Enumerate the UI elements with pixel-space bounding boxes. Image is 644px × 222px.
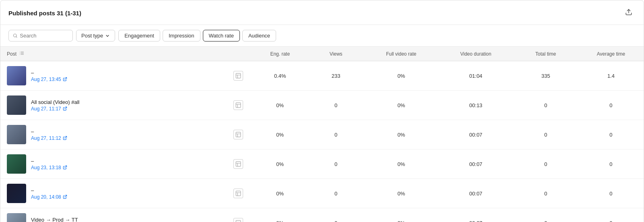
post-date-4[interactable]: Aug 23, 13:18 [31,165,67,170]
total-time-cell-5: 0 [513,179,578,208]
average-time-cell-3: 0 [578,120,644,149]
average-time-cell-5: 0 [578,179,644,208]
eng-rate-cell-1: 0.4% [252,61,308,91]
total-time-cell-6: 0 [513,208,578,222]
media-icon-cell-6 [224,208,252,222]
col-header-full-video-rate: Full video rate [364,47,438,61]
average-time-cell-2: 0 [578,91,644,120]
video-duration-cell-5: 00:07 [438,179,513,208]
filter-btn-impression[interactable]: Impression [163,30,200,41]
post-title-1: – [31,70,67,76]
svg-rect-30 [236,220,241,222]
col-header-average-time: Average time [578,47,644,61]
full-video-rate-cell-3: 0% [364,120,438,149]
post-info-4: – Aug 23, 13:18 [31,158,67,170]
video-duration-cell-6: 00:07 [438,208,513,222]
post-title-6: Video → Prod → TT [31,217,78,222]
post-thumbnail-6 [7,213,26,222]
video-duration-cell-1: 01:04 [438,61,513,91]
data-table-wrapper: Post Eng. rate Views Full video rate Vid… [0,47,644,222]
filter-btn-watch_rate[interactable]: Watch rate [203,30,240,41]
post-cell-4: – Aug 23, 13:18 [0,149,224,179]
post-thumbnail-5 [7,184,26,203]
media-icon-cell-4 [224,149,252,179]
post-cell-6: Video → Prod → TT Aug 20, 13:38 [0,208,224,222]
eng-rate-cell-3: 0% [252,120,308,149]
post-title-4: – [31,158,67,164]
svg-line-17 [64,136,66,138]
search-box [8,30,73,41]
page-header: Published posts 31 (1-31) [0,0,644,25]
svg-line-25 [64,195,66,197]
post-info-3: – Aug 27, 11:12 [31,129,67,141]
svg-rect-14 [236,103,241,108]
post-thumbnail-4 [7,154,26,174]
media-type-icon-5 [233,189,243,198]
filter-btn-audience[interactable]: Audience [242,30,276,41]
col-header-video-duration: Video duration [438,47,513,61]
post-cell-2: All social (Video) #all Aug 27, 11:17 [0,91,224,120]
table-header-row: Post Eng. rate Views Full video rate Vid… [0,47,644,61]
full-video-rate-cell-6: 0% [364,208,438,222]
external-link-icon [63,195,67,199]
post-thumbnail-2 [7,95,26,115]
table-row: All social (Video) #all Aug 27, 11:17 [0,91,644,120]
views-cell-5: 0 [308,179,364,208]
search-icon [13,33,17,38]
media-type-icon-4 [233,159,243,169]
total-time-cell-2: 0 [513,91,578,120]
post-date-1[interactable]: Aug 27, 13:45 [31,77,67,82]
total-time-cell-4: 0 [513,149,578,179]
page-title: Published posts 31 (1-31) [8,10,81,17]
svg-rect-22 [236,162,241,166]
sort-icon [19,51,24,56]
table-row: Video → Prod → TT Aug 20, 13:38 [0,208,644,222]
col-header-post: Post [0,47,224,61]
svg-rect-18 [236,132,241,137]
media-icon-cell-3 [224,120,252,149]
full-video-rate-cell-4: 0% [364,149,438,179]
search-input[interactable] [20,33,68,39]
video-duration-cell-2: 00:13 [438,91,513,120]
svg-line-2 [16,37,17,37]
post-date-5[interactable]: Aug 20, 14:08 [31,194,67,200]
post-title-3: – [31,129,67,135]
data-table: Post Eng. rate Views Full video rate Vid… [0,47,644,222]
media-type-icon-2 [233,100,243,110]
eng-rate-cell-2: 0% [252,91,308,120]
media-icon-cell-1 [224,61,252,91]
external-link-icon [63,106,67,111]
col-header-media [224,47,252,61]
eng-rate-cell-5: 0% [252,179,308,208]
views-cell-3: 0 [308,120,364,149]
table-row: – Aug 27, 13:45 0 [0,61,644,91]
main-container: Published posts 31 (1-31) Post type Enga… [0,0,644,222]
post-info-2: All social (Video) #all Aug 27, 11:17 [31,99,79,112]
external-link-icon [63,77,67,81]
post-cell-3: – Aug 27, 11:12 [0,120,224,149]
eng-rate-cell-6: 0% [252,208,308,222]
svg-line-21 [64,166,66,168]
total-time-cell-3: 0 [513,120,578,149]
post-thumbnail-3 [7,125,26,144]
svg-rect-26 [236,191,241,196]
post-cell-5: – Aug 20, 14:08 [0,179,224,208]
post-type-button[interactable]: Post type [76,30,115,41]
chevron-down-icon [105,33,110,38]
filter-buttons: EngagementImpressionWatch rateAudience [118,30,276,41]
media-type-icon-3 [233,130,243,139]
post-date-2[interactable]: Aug 27, 11:17 [31,106,79,112]
svg-rect-10 [236,73,241,78]
views-cell-6: 0 [308,208,364,222]
svg-line-9 [64,77,66,79]
filter-btn-engagement[interactable]: Engagement [118,30,160,41]
toolbar: Post type EngagementImpressionWatch rate… [0,25,644,47]
table-body: – Aug 27, 13:45 0 [0,61,644,222]
export-button[interactable] [622,7,636,19]
average-time-cell-4: 0 [578,149,644,179]
media-type-icon-6 [233,218,243,222]
post-date-3[interactable]: Aug 27, 11:12 [31,135,67,141]
video-duration-cell-4: 00:07 [438,149,513,179]
col-header-total-time: Total time [513,47,578,61]
post-title-5: – [31,187,67,193]
